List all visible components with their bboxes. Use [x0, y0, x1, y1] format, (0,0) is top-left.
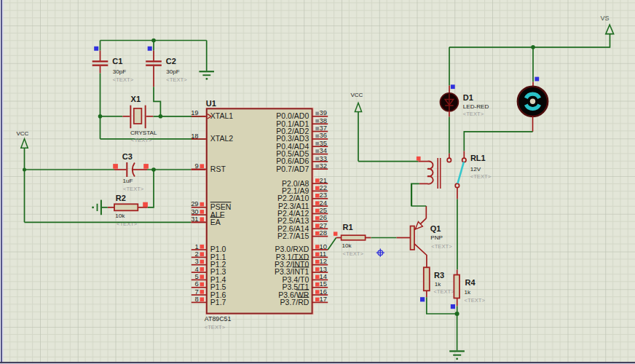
svg-text:31: 31	[191, 215, 198, 223]
svg-text:<TEXT>: <TEXT>	[166, 76, 187, 83]
svg-text:LED-RED: LED-RED	[463, 103, 489, 110]
svg-text:PNP: PNP	[430, 234, 443, 241]
svg-text:C1: C1	[112, 57, 122, 66]
svg-text:X1: X1	[131, 95, 141, 103]
svg-text:10k: 10k	[115, 213, 125, 219]
svg-text:C3: C3	[122, 152, 133, 161]
svg-text:RL1: RL1	[470, 154, 486, 162]
svg-text:4: 4	[194, 265, 198, 273]
svg-text:<TEXT>: <TEXT>	[123, 186, 144, 192]
svg-text:P3.7/RD: P3.7/RD	[280, 298, 309, 306]
svg-text:<TEXT>: <TEXT>	[117, 221, 138, 227]
svg-text:VCC: VCC	[350, 92, 363, 98]
svg-text:EA: EA	[210, 218, 221, 226]
svg-text:34: 34	[320, 146, 327, 154]
svg-text:33: 33	[320, 154, 327, 162]
svg-text:8: 8	[194, 295, 198, 303]
svg-text:<TEXT>: <TEXT>	[470, 173, 492, 180]
svg-text:18: 18	[191, 132, 198, 140]
svg-text:1uF: 1uF	[122, 178, 133, 184]
svg-text:32: 32	[320, 162, 327, 170]
svg-text:R3: R3	[434, 271, 444, 280]
svg-text:24: 24	[320, 199, 327, 207]
svg-text:P1.7: P1.7	[210, 298, 226, 306]
svg-text:5: 5	[194, 272, 198, 280]
svg-text:D1: D1	[463, 93, 473, 102]
svg-text:13: 13	[320, 265, 327, 273]
svg-text:Q1: Q1	[430, 224, 441, 233]
svg-text:3: 3	[194, 257, 198, 265]
svg-text:XTAL2: XTAL2	[210, 134, 233, 143]
svg-text:12: 12	[320, 257, 327, 265]
svg-text:VCC: VCC	[16, 130, 28, 137]
svg-text:10: 10	[320, 242, 327, 250]
svg-text:C2: C2	[166, 57, 176, 66]
svg-text:XTAL1: XTAL1	[210, 111, 233, 120]
svg-text:28: 28	[320, 229, 327, 237]
svg-text:10k: 10k	[342, 242, 352, 249]
svg-text:R4: R4	[465, 278, 476, 287]
svg-text:17: 17	[320, 295, 327, 303]
svg-text:35: 35	[320, 139, 327, 147]
svg-text:36: 36	[320, 131, 327, 139]
svg-text:38: 38	[320, 116, 327, 124]
svg-text:25: 25	[320, 206, 327, 214]
svg-text:2: 2	[194, 250, 198, 258]
svg-text:21: 21	[320, 176, 327, 184]
svg-text:AT89C51: AT89C51	[205, 315, 232, 323]
svg-text:<TEXT>: <TEXT>	[113, 76, 134, 83]
svg-text:14: 14	[320, 272, 327, 280]
svg-text:U1: U1	[206, 99, 216, 108]
svg-text:16: 16	[320, 288, 327, 296]
svg-text:30pF: 30pF	[166, 68, 180, 75]
svg-text:22: 22	[320, 183, 327, 191]
svg-text:<TEXT>: <TEXT>	[205, 324, 226, 331]
svg-text:12V: 12V	[470, 166, 481, 173]
svg-text:<TEXT>: <TEXT>	[463, 111, 484, 117]
svg-text:P0.7/AD7: P0.7/AD7	[276, 165, 309, 173]
svg-text:11: 11	[320, 250, 327, 258]
svg-text:<TEXT>: <TEXT>	[465, 297, 486, 304]
svg-text:1k: 1k	[435, 281, 442, 288]
svg-text:15: 15	[320, 280, 327, 288]
svg-text:VS: VS	[600, 15, 609, 22]
svg-text:CRYSTAL: CRYSTAL	[130, 130, 157, 136]
svg-text:9: 9	[194, 162, 198, 170]
svg-text:26: 26	[320, 213, 327, 221]
svg-text:R2: R2	[116, 194, 126, 202]
svg-text:RST: RST	[210, 165, 226, 173]
svg-text:23: 23	[320, 191, 327, 199]
svg-text:1k: 1k	[465, 289, 472, 296]
svg-text:19: 19	[191, 108, 198, 116]
svg-text:<TEXT>: <TEXT>	[433, 288, 454, 295]
svg-text:37: 37	[320, 124, 327, 132]
svg-text:7: 7	[194, 288, 198, 296]
svg-text:P2.7/A15: P2.7/A15	[277, 232, 309, 240]
svg-text:R1: R1	[343, 223, 353, 232]
svg-text:27: 27	[320, 221, 327, 229]
svg-text:<TEXT>: <TEXT>	[431, 243, 452, 250]
svg-text:<TEXT>: <TEXT>	[343, 250, 364, 257]
svg-text:1: 1	[194, 242, 198, 250]
svg-text:<TEXT>: <TEXT>	[131, 137, 152, 143]
svg-text:39: 39	[320, 108, 327, 116]
svg-text:6: 6	[194, 280, 198, 288]
svg-text:30pF: 30pF	[113, 68, 127, 75]
